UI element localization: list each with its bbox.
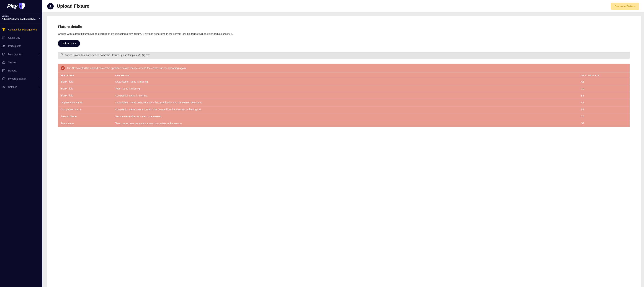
error-cell-location: G2 xyxy=(578,120,630,127)
sidebar-item-label: Merchandise xyxy=(8,53,22,56)
error-col-description: DESCRIPTION xyxy=(112,72,578,78)
svg-point-7 xyxy=(3,45,4,46)
sidebar: Play H Q Using as Albert Park Jnr Basket… xyxy=(0,0,42,287)
uploaded-file-chip: fixture-upload-template Senior Domestic … xyxy=(58,52,630,59)
error-cell-type: Competition Name xyxy=(58,106,112,113)
error-cell-type: Organisation Name xyxy=(58,99,112,106)
file-icon xyxy=(61,54,63,57)
uploaded-file-name: fixture-upload-template Senior Domestic … xyxy=(66,54,150,56)
users-icon xyxy=(2,44,6,48)
scoreboard-icon xyxy=(2,36,6,40)
venue-icon xyxy=(2,60,6,64)
error-row: Team NameTeam name does not match a team… xyxy=(58,120,630,127)
brand-word-play: Play xyxy=(7,3,18,9)
error-cell-location: C4 xyxy=(578,113,630,120)
error-icon xyxy=(61,66,65,70)
sidebar-item-settings[interactable]: Settings+ xyxy=(0,83,42,91)
svg-rect-2 xyxy=(4,30,4,30)
upload-icon xyxy=(47,3,54,10)
error-cell-description: Organisation name does not match the org… xyxy=(112,99,578,106)
sidebar-item-label: My Organisation xyxy=(8,77,26,80)
svg-point-19 xyxy=(4,87,5,88)
expand-icon: + xyxy=(38,86,40,88)
sidebar-item-reports[interactable]: Reports xyxy=(0,66,42,75)
error-cell-description: Team name does not match a team that exi… xyxy=(112,120,578,127)
using-as-label: Using as xyxy=(2,15,40,17)
error-cell-description: Competition name does not match the comp… xyxy=(112,106,578,113)
error-cell-location: B3 xyxy=(578,92,630,99)
sidebar-item-label: Game Day xyxy=(8,36,20,39)
page-title: Upload Fixture xyxy=(57,4,89,9)
sidebar-item-label: Participants xyxy=(8,44,21,48)
section-description: Grades with current fixtures will be ove… xyxy=(58,32,630,36)
expand-icon: + xyxy=(38,53,40,56)
generate-fixture-button[interactable]: Generate Fixture xyxy=(611,3,639,10)
trophy-icon xyxy=(2,28,6,32)
sidebar-item-competition-management[interactable]: Competition Management xyxy=(0,26,42,34)
brand-shield-icon: H Q xyxy=(18,2,25,10)
error-row: Blank FieldTeam name is missing.G2 xyxy=(58,85,630,92)
error-cell-description: Team name is missing. xyxy=(112,85,578,92)
sidebar-item-label: Settings xyxy=(8,86,17,88)
svg-point-8 xyxy=(4,45,5,46)
sidebar-item-label: Competition Management xyxy=(8,28,37,31)
error-banner: The file selected for upload has errors … xyxy=(58,64,630,72)
error-row: Competition NameCompetition name does no… xyxy=(58,106,630,113)
error-cell-type: Team Name xyxy=(58,120,112,127)
chevron-down-icon xyxy=(38,17,40,20)
sidebar-item-venues[interactable]: Venues xyxy=(0,58,42,66)
error-cell-location: G2 xyxy=(578,85,630,92)
main: Upload Fixture Generate Fixture Fixture … xyxy=(42,0,644,287)
sidebar-item-my-organisation[interactable]: My Organisation+ xyxy=(0,75,42,83)
error-row: Season NameSeason name does not match th… xyxy=(58,113,630,120)
error-banner-text: The file selected for upload has errors … xyxy=(67,67,186,70)
box-icon xyxy=(2,52,6,56)
sidebar-item-participants[interactable]: Participants xyxy=(0,42,42,50)
error-cell-description: Organisation name is missing. xyxy=(112,78,578,85)
error-table: ERROR TYPE DESCRIPTION LOCATION IN FILE … xyxy=(58,72,630,127)
sidebar-nav: Competition ManagementGame DayParticipan… xyxy=(0,23,42,91)
upload-csv-button[interactable]: Upload CSV xyxy=(58,40,80,47)
error-cell-type: Season Name xyxy=(58,113,112,120)
error-row: Blank FieldOrganisation name is missing.… xyxy=(58,78,630,85)
fixture-card: Fixture details Grades with current fixt… xyxy=(47,16,641,287)
svg-rect-3 xyxy=(3,30,4,31)
sidebar-item-game-day[interactable]: Game Day xyxy=(0,34,42,42)
error-cell-location: A2 xyxy=(578,78,630,85)
globe-icon xyxy=(2,77,6,81)
error-cell-type: Blank Field xyxy=(58,92,112,99)
error-row: Blank FieldCompetition name is missing.B… xyxy=(58,92,630,99)
error-row: Organisation NameOrganisation name does … xyxy=(58,99,630,106)
error-cell-type: Blank Field xyxy=(58,85,112,92)
svg-text:Q: Q xyxy=(22,4,25,8)
org-switcher[interactable]: Using as Albert Park Jnr Basketball Asso… xyxy=(0,13,42,23)
sidebar-item-merchandise[interactable]: Merchandise+ xyxy=(0,50,42,58)
chart-icon xyxy=(2,69,6,72)
sliders-icon xyxy=(2,85,6,89)
error-cell-type: Blank Field xyxy=(58,78,112,85)
error-col-type: ERROR TYPE xyxy=(58,72,112,78)
topbar: Upload Fixture Generate Fixture xyxy=(42,0,644,12)
section-title: Fixture details xyxy=(58,25,630,29)
svg-point-18 xyxy=(3,86,4,87)
error-col-location: LOCATION IN FILE xyxy=(578,72,630,78)
logo: Play H Q xyxy=(0,0,42,13)
error-cell-location: A2 xyxy=(578,99,630,106)
sidebar-item-label: Venues xyxy=(8,61,16,64)
org-name: Albert Park Jnr Basketball Associa xyxy=(2,18,36,20)
error-panel: The file selected for upload has errors … xyxy=(58,64,630,127)
error-cell-description: Season name does not match the season. xyxy=(112,113,578,120)
error-cell-location: B3 xyxy=(578,106,630,113)
expand-icon: + xyxy=(38,77,40,80)
error-cell-description: Competition name is missing. xyxy=(112,92,578,99)
sidebar-item-label: Reports xyxy=(8,69,17,72)
